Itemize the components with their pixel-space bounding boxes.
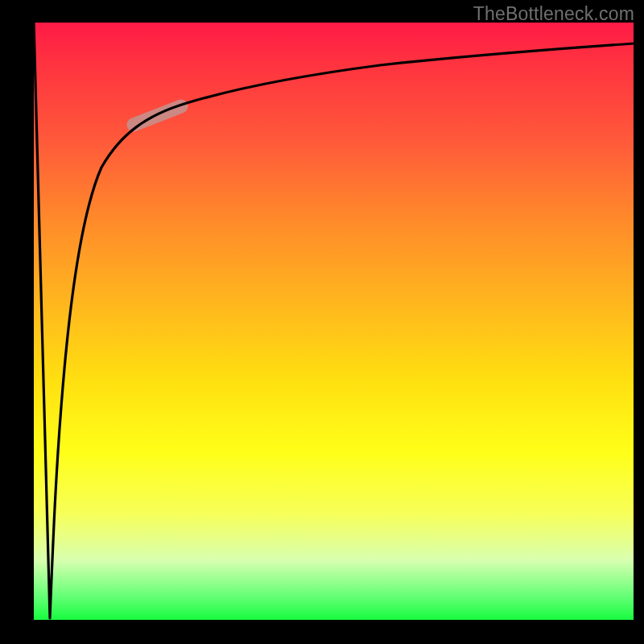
watermark-text: TheBottleneck.com <box>473 3 634 25</box>
chart-frame: TheBottleneck.com <box>0 0 644 644</box>
curve-path <box>34 23 634 618</box>
chart-curve-layer <box>34 23 634 620</box>
